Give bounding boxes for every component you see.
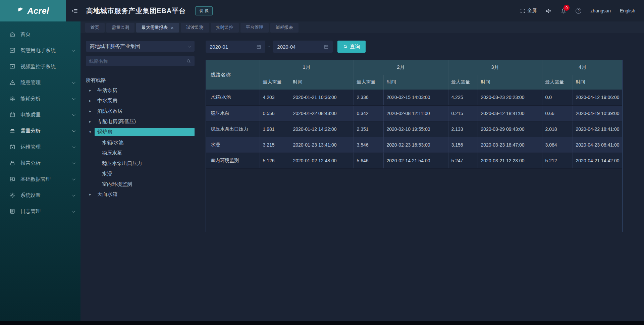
sidebar-item-list[interactable]: 需量分析 xyxy=(0,123,80,139)
time-cell: 2020-04-22 18:41:00 xyxy=(573,121,623,137)
horizontal-scrollbar-track[interactable] xyxy=(0,321,644,325)
sidebar-item-calendar[interactable]: 电能质量 xyxy=(0,107,80,123)
tab-4[interactable]: 实时监控 xyxy=(211,23,239,33)
tab-label: 需量监测 xyxy=(112,24,129,31)
line-search-input[interactable] xyxy=(89,58,186,64)
start-date-picker[interactable]: 2020-01 xyxy=(206,41,265,53)
demand-cell: 4.203 xyxy=(260,90,290,105)
demand-cell: 2.133 xyxy=(448,121,478,137)
chevron-down-icon xyxy=(72,113,75,116)
search-icon xyxy=(343,44,348,49)
tree-node[interactable]: ▸ 生活泵房 xyxy=(86,85,195,96)
table-header-subs: 最大需量时间最大需量时间最大需量时间最大需量时间 xyxy=(206,75,623,90)
tree-expand-icon[interactable]: ▸ xyxy=(89,192,95,197)
time-cell: 2020-01-12 14:22:00 xyxy=(290,121,354,137)
tab-label: 最大需量报表 xyxy=(142,24,168,31)
sidebar-item-label: 需量分析 xyxy=(20,128,72,134)
organization-select[interactable]: 高地城市服务产业集团 xyxy=(86,41,195,52)
notifications-button[interactable]: 0 xyxy=(560,8,567,14)
tree-expand-icon[interactable]: ▸ xyxy=(89,109,95,113)
time-cell: 2020-03-23 18:47:00 xyxy=(478,137,542,153)
sidebar-menu: 首页 智慧用电子系统 视频监控子系统 隐患管理 能耗分析 电能质量 需量分析 运… xyxy=(0,21,80,325)
sidebar-item-gear[interactable]: 系统设置 xyxy=(0,187,80,203)
tree-node[interactable]: ▸ 天面水箱 xyxy=(86,189,195,200)
demand-cell: 5.646 xyxy=(354,153,383,168)
tree-node[interactable]: ▸ 中水泵房 xyxy=(86,96,195,106)
search-icon xyxy=(186,59,191,64)
time-cell: 2020-02-10 19:55:00 xyxy=(383,121,448,137)
column-header-demand: 最大需量 xyxy=(448,75,478,90)
close-icon[interactable]: × xyxy=(171,25,174,30)
demand-cell: 2.018 xyxy=(542,121,573,137)
sidebar-item-label: 隐患管理 xyxy=(20,79,72,86)
username[interactable]: zhangsan xyxy=(590,8,611,13)
tab-6[interactable]: 能耗报表 xyxy=(270,23,299,33)
top-header: 高地城市服务产业集团EBA平台 切换 全屏 0 ? zhangsan Engli… xyxy=(66,0,644,21)
tree-leaf[interactable]: 稳压水泵 xyxy=(86,148,195,158)
date-range-separator: - xyxy=(268,44,270,50)
collapse-menu-icon[interactable] xyxy=(72,8,78,14)
home-icon xyxy=(9,31,15,37)
tree-leaf[interactable]: 稳压水泵出口压力 xyxy=(86,158,195,168)
tree-expand-icon[interactable]: ▾ xyxy=(89,130,95,134)
tree-node-label: 天面水箱 xyxy=(95,190,195,199)
tab-1[interactable]: 需量监测 xyxy=(106,23,135,33)
tab-0[interactable]: 首页 xyxy=(85,23,105,33)
demand-cell: 3.546 xyxy=(354,137,383,153)
line-name-cell: 水浸 xyxy=(206,137,260,153)
tree-leaf[interactable]: 水浸 xyxy=(86,168,195,179)
sidebar-item-label: 视频监控子系统 xyxy=(20,63,74,70)
tree-node[interactable]: ▸ 专配电房(高低压) xyxy=(86,116,195,127)
sidebar-item-lock[interactable]: 报告分析 xyxy=(0,155,80,171)
tree-node-label: 中水泵房 xyxy=(95,97,195,105)
time-cell: 2020-01-02 12:48:00 xyxy=(290,153,354,168)
tree-node-label: 生活泵房 xyxy=(95,86,195,95)
line-search-box[interactable] xyxy=(86,56,195,66)
line-tree-panel: 高地城市服务产业集团 所有线路 ▸ 生活泵房 ▸ 中水泵房 ▸ 消防水泵房 ▸ … xyxy=(80,34,200,321)
column-header-time: 时间 xyxy=(478,75,542,90)
sidebar-item-log[interactable]: 日志管理 xyxy=(0,203,80,219)
help-icon[interactable]: ? xyxy=(576,8,581,14)
tree-expand-icon[interactable]: ▸ xyxy=(89,88,95,93)
time-cell: 2020-03-29 09:43:00 xyxy=(478,121,542,137)
sidebar-item-database[interactable]: 基础数据管理 xyxy=(0,171,80,187)
sidebar-item-chart[interactable]: 智慧用电子系统 xyxy=(0,42,80,58)
sidebar-item-label: 日志管理 xyxy=(20,208,72,215)
tree-node[interactable]: ▸ 消防水泵房 xyxy=(86,106,195,116)
sidebar-item-sliders[interactable]: 能耗分析 xyxy=(0,91,80,107)
column-header-demand: 最大需量 xyxy=(542,75,573,90)
tab-3[interactable]: 谐波监测 xyxy=(181,23,209,33)
tab-label: 实时监控 xyxy=(216,24,233,31)
main-content: 2020-01 - 2020-04 查询 线路名称1月2月3月4月 最大需量时间… xyxy=(200,34,644,321)
tab-2[interactable]: 最大需量报表 × xyxy=(136,23,179,33)
mute-icon[interactable] xyxy=(546,8,551,14)
column-header-demand: 最大需量 xyxy=(260,75,290,90)
query-button[interactable]: 查询 xyxy=(337,41,366,53)
line-tree: 所有线路 ▸ 生活泵房 ▸ 中水泵房 ▸ 消防水泵房 ▸ 专配电房(高低压) ▾… xyxy=(86,75,195,200)
switch-button[interactable]: 切换 xyxy=(195,6,213,15)
column-header-month: 2月 xyxy=(354,60,448,75)
sidebar-item-label: 能耗分析 xyxy=(20,96,72,102)
sidebar-item-video[interactable]: 视频监控子系统 xyxy=(0,58,80,74)
time-cell: 2020-03-21 12:23:00 xyxy=(478,153,542,168)
chevron-down-icon xyxy=(72,145,75,148)
sidebar-item-warning[interactable]: 隐患管理 xyxy=(0,74,80,91)
tree-leaf[interactable]: 室内环境监测 xyxy=(86,179,195,189)
sidebar-item-home[interactable]: 首页 xyxy=(0,26,80,42)
tab-5[interactable]: 平台管理 xyxy=(240,23,269,33)
demand-cell: 2.351 xyxy=(354,121,383,137)
sidebar-item-maintenance[interactable]: 运维管理 xyxy=(0,139,80,155)
tree-leaf[interactable]: 水箱/水池 xyxy=(86,137,195,148)
demand-cell: 5.247 xyxy=(448,153,478,168)
end-date-picker[interactable]: 2020-04 xyxy=(273,41,333,53)
tree-root[interactable]: 所有线路 xyxy=(86,75,195,85)
time-cell: 2020-04-12 19:06:00 xyxy=(573,90,623,105)
tree-expand-icon[interactable]: ▸ xyxy=(89,119,95,124)
time-cell: 2020-01-23 13:41:00 xyxy=(290,137,354,153)
fullscreen-button[interactable]: 全屏 xyxy=(520,8,537,14)
tabbar: 首页 需量监测 最大需量报表 × 谐波监测 实时监控 平台管理 能耗报表 xyxy=(80,21,644,34)
tree-expand-icon[interactable]: ▸ xyxy=(89,99,95,103)
tree-node[interactable]: ▾ 锅炉房 xyxy=(86,127,195,137)
time-cell: 2020-03-23 20:23:00 xyxy=(478,90,542,105)
language-switch[interactable]: English xyxy=(620,8,635,13)
